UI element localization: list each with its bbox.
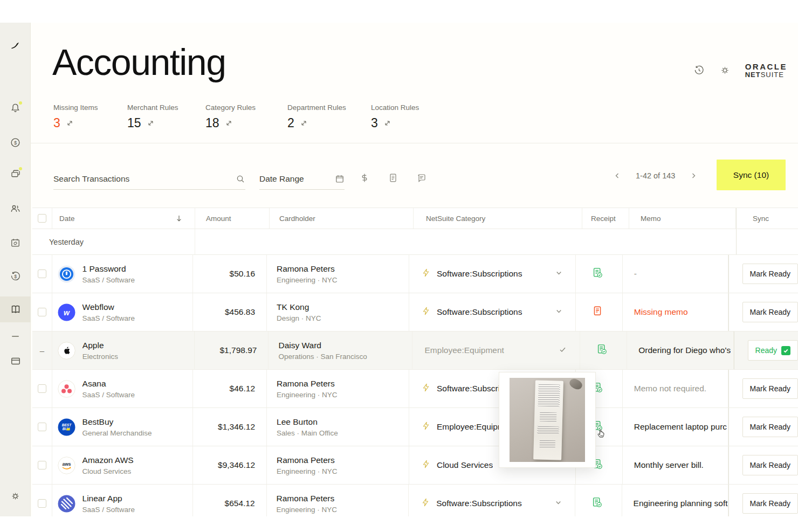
sync-cell: Ready (734, 331, 798, 369)
table-row[interactable]: w Webflow SaaS / Software $456.83 TK Kon… (32, 293, 798, 331)
row-checkbox[interactable] (38, 499, 46, 508)
table-row[interactable]: Linear App SaaS / Software $654.12 Ramon… (32, 485, 798, 516)
memo-cell: Missing memo (623, 293, 728, 331)
calendar-sync-icon[interactable] (0, 232, 31, 253)
chevron-down-icon[interactable] (555, 269, 562, 279)
comment-filter-icon[interactable] (415, 171, 428, 184)
sync-cell: Mark Ready (728, 370, 798, 407)
category-select[interactable]: Software:Subscriptions (409, 485, 575, 516)
search-input[interactable]: Search Transactions (53, 168, 245, 190)
history-icon[interactable] (693, 65, 705, 77)
gear-icon[interactable] (719, 65, 731, 77)
receipt-ok-icon[interactable] (596, 344, 607, 357)
date-range-picker[interactable]: Date Range (259, 168, 345, 190)
col-cardholder[interactable]: Cardholder (270, 208, 414, 229)
amount-filter-icon[interactable] (358, 171, 371, 184)
merchant-cell: BESTBUY BestBuy General Merchandise (52, 408, 194, 446)
mark-ready-button[interactable]: Mark Ready (742, 417, 798, 437)
stat-merchant-rules[interactable]: Merchant Rules15 (127, 103, 178, 130)
stat-category-rules[interactable]: Category Rules18 (205, 103, 256, 130)
row-checkbox[interactable] (38, 270, 46, 278)
memo-text: Engineering planning soft (634, 499, 728, 508)
cardholder-cell: Ramona Peters Engineering · NYC (267, 446, 409, 484)
document-filter-icon[interactable] (387, 171, 400, 184)
memo-text: Monthly server bill. (634, 460, 704, 470)
table-row[interactable]: aws Amazon AWS Cloud Services $9,346.12 … (32, 446, 798, 485)
calendar-icon (335, 174, 345, 184)
accounting-book-icon[interactable] (0, 296, 31, 322)
row-checkbox[interactable] (38, 308, 46, 316)
dollar-circle-icon[interactable]: $ (0, 132, 31, 153)
mark-ready-button[interactable]: Mark Ready (742, 302, 798, 322)
memo-text: - (634, 269, 637, 279)
expand-icon (300, 120, 307, 127)
table-row[interactable]: – Apple Electronics $1,798.97 Daisy Ward… (32, 331, 798, 370)
bestbuy-logo: BESTBUY (58, 418, 75, 436)
sync-cell: Mark Ready (728, 293, 798, 331)
row-select-cell (32, 370, 52, 407)
col-memo[interactable]: Memo (629, 208, 736, 229)
stat-department-rules[interactable]: Department Rules2 (287, 103, 346, 130)
amount: $456.83 (225, 307, 255, 317)
table-row[interactable]: BESTBUY BestBuy General Merchandise $1,3… (32, 408, 798, 446)
row-select-cell (32, 485, 52, 516)
cardholder-name: Ramona Peters (277, 494, 338, 503)
col-sync[interactable]: Sync (736, 208, 798, 229)
app-window: $ $ (0, 0, 798, 532)
col-date[interactable]: Date (52, 208, 195, 229)
confirmed-check-icon[interactable] (559, 346, 567, 356)
pagination-range: 1-42 of 143 (636, 171, 675, 180)
ready-button[interactable]: Ready (748, 340, 798, 361)
people-icon[interactable] (0, 198, 31, 219)
chevron-down-icon[interactable] (555, 499, 562, 508)
prev-page-icon[interactable] (613, 171, 622, 180)
collapsed-dash[interactable] (0, 326, 31, 347)
next-page-icon[interactable] (689, 171, 698, 180)
row-checkbox[interactable] (38, 461, 46, 469)
mark-ready-button[interactable]: Mark Ready (742, 378, 798, 399)
mark-ready-button[interactable]: Mark Ready (742, 455, 798, 475)
cardholder-cell: Ramona Peters Engineering · NYC (267, 485, 409, 516)
amount-cell: $654.12 (193, 485, 266, 516)
category-select[interactable]: Software:Subscriptions (409, 255, 576, 293)
cardholder-name: Daisy Ward (278, 341, 367, 350)
merchant-name: Webflow (82, 302, 135, 312)
select-all-checkbox[interactable] (38, 214, 46, 223)
cards-icon[interactable] (0, 163, 31, 184)
receipt-ok-icon[interactable] (592, 267, 603, 280)
merchant-name: Apple (82, 341, 118, 350)
merchant-name: Amazon AWS (82, 455, 134, 465)
table-row[interactable]: 1 Password SaaS / Software $50.16 Ramona… (32, 255, 798, 293)
sync-button[interactable]: Sync (10) (717, 160, 786, 190)
stat-missing-items[interactable]: Missing Items3 (53, 103, 98, 130)
table-row[interactable]: Asana SaaS / Software $46.12 Ramona Pete… (32, 370, 798, 408)
refund-dollar-icon[interactable]: $ (0, 265, 31, 287)
notifications-bell-icon[interactable] (0, 97, 31, 119)
col-amount[interactable]: Amount (195, 208, 270, 229)
settings-gear-icon[interactable] (0, 485, 31, 507)
card-icon[interactable] (0, 350, 31, 372)
category-select[interactable]: Software:Subscriptions (409, 293, 576, 331)
row-checkbox[interactable] (38, 423, 46, 431)
stat-location-rules[interactable]: Location Rules3 (371, 103, 419, 130)
mark-ready-button[interactable]: Mark Ready (742, 493, 798, 514)
apple-logo (58, 342, 75, 360)
receipt-missing-icon[interactable] (592, 306, 603, 319)
amount-cell: $456.83 (193, 293, 267, 331)
ramp-logo[interactable] (0, 34, 31, 56)
receipt-ok-icon[interactable] (591, 497, 602, 510)
row-checkbox[interactable] (38, 384, 46, 393)
memo-cell: Engineering planning soft (622, 485, 728, 516)
col-netsuite-category[interactable]: NetSuite Category (414, 208, 582, 229)
mark-ready-button[interactable]: Mark Ready (742, 264, 798, 284)
auto-categorized-icon (422, 422, 430, 432)
category-select[interactable]: Employee:Equipment (412, 331, 581, 369)
amount: $654.12 (225, 499, 255, 508)
chevron-down-icon[interactable] (555, 307, 562, 317)
memo-cell: - (623, 255, 728, 293)
merchant-cell: Apple Electronics (52, 331, 195, 369)
row-dash: – (40, 346, 44, 355)
memo-cell: Replacement laptop purc (623, 408, 728, 446)
col-receipt[interactable]: Receipt (582, 208, 629, 229)
memo-cell: Monthly server bill. (623, 446, 728, 484)
